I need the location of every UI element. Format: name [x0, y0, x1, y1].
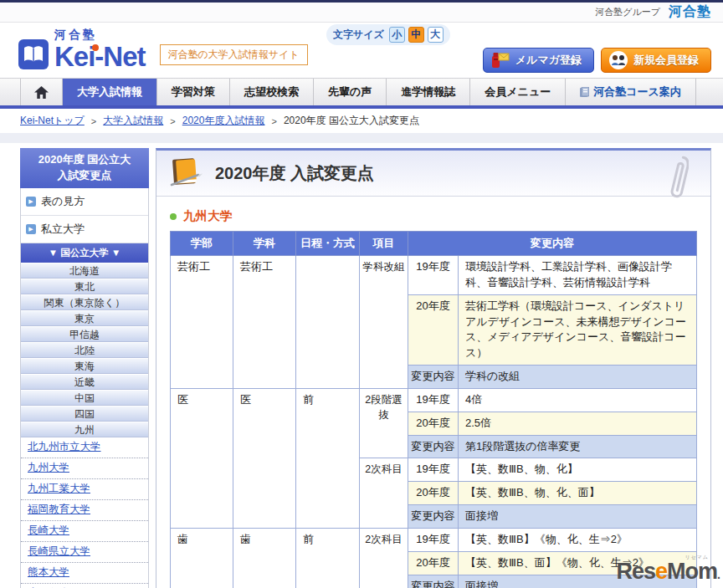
- sidebar-univ-nagasaki[interactable]: 長崎大学: [21, 521, 148, 542]
- schedule-cell: 前: [296, 388, 360, 528]
- col-header-department: 学科: [233, 232, 296, 256]
- col-header-faculty: 学部: [171, 232, 233, 256]
- page-title-bar: 2020年度 入試変更点: [156, 151, 710, 197]
- main-content: 2020年度 入試変更点 九州大学 学部 学科 日程・方式 項目 変更内容: [156, 148, 711, 588]
- logo-accent-dot: [92, 44, 99, 51]
- year-label-cell: 20年度: [408, 551, 459, 575]
- change-label-cell: 変更内容: [408, 505, 459, 529]
- sidebar-region-kanto[interactable]: 関東（東京除く）: [21, 294, 148, 310]
- sidebar-item-how-to-read[interactable]: ▶ 表の見方: [21, 188, 148, 216]
- new-member-register-button[interactable]: 新規会員登録: [601, 48, 711, 73]
- item-cell: 2次科目: [360, 528, 408, 588]
- watermark-ruby: リセマム: [685, 555, 709, 560]
- sidebar-title: 2020年度 国公立大 入試変更点: [20, 148, 149, 188]
- breadcrumb-link-top[interactable]: Kei-Netトップ: [20, 114, 85, 128]
- corporate-topbar: 河合塾グループ 河合塾: [0, 0, 723, 23]
- book-logo-icon: [18, 39, 49, 69]
- department-cell: 芸術工: [233, 256, 296, 389]
- nav-tab-admission-info[interactable]: 大学入試情報: [63, 79, 157, 105]
- nav-tab-magazine[interactable]: 進学情報誌: [387, 79, 470, 105]
- year-label-cell: 19年度: [408, 458, 459, 482]
- breadcrumb-current: 2020年度 国公立大入試変更点: [284, 114, 419, 128]
- site-header: 河合塾 Kei-Net 河合塾の大学入試情報サイト 文字サイズ 小 中 大 メル…: [0, 23, 723, 78]
- nav-tab-member-menu[interactable]: 会員メニュー: [470, 79, 566, 105]
- change-detail-cell: 4倍: [459, 388, 697, 412]
- sidebar-univ-nagasaki-kenritsu[interactable]: 長崎県立大学: [21, 542, 148, 563]
- sidebar-section-national-univ[interactable]: ▼ 国公立大学 ▼: [21, 243, 148, 263]
- nav-tab-senpai-voice[interactable]: 先輩の声: [314, 79, 387, 105]
- university-section-header: 九州大学: [170, 208, 710, 224]
- nav-tab-course-guide[interactable]: 河合塾コース案内: [566, 79, 696, 105]
- sidebar-region-tokyo[interactable]: 東京: [21, 310, 148, 326]
- breadcrumb: Kei-Netトップ > 大学入試情報 > 2020年度入試情報 > 2020年…: [0, 109, 723, 133]
- faculty-cell: 芸術工: [171, 256, 233, 389]
- mailmag-button-label: メルマガ登録: [515, 53, 582, 68]
- site-tagline: 河合塾の大学入試情報サイト: [160, 44, 308, 65]
- table-row: 芸術工 芸術工 学科改組 19年度 環境設計学科、工業設計学科、画像設計学科、音…: [171, 256, 697, 295]
- breadcrumb-separator: >: [271, 116, 276, 126]
- course-guide-icon: [580, 87, 589, 97]
- change-detail-cell: 【英、数ⅢB、物、化】: [459, 458, 697, 482]
- change-detail-cell: 【英、数ⅢB、物、化、面】: [459, 482, 697, 505]
- arrow-right-icon: ▶: [26, 197, 36, 207]
- sidebar-univ-kyutech[interactable]: 九州工業大学: [21, 479, 148, 500]
- change-detail-cell: 学科の改組: [459, 366, 697, 389]
- year-label-cell: 20年度: [408, 482, 459, 505]
- breadcrumb-separator: >: [91, 116, 96, 126]
- sidebar-region-kinki[interactable]: 近畿: [21, 374, 148, 390]
- sidebar-region-chugoku[interactable]: 中国: [21, 390, 148, 406]
- year-label-cell: 19年度: [408, 528, 459, 551]
- sidebar-univ-fukuoka-kyoiku[interactable]: 福岡教育大学: [21, 500, 148, 521]
- section-bullet-icon: [170, 213, 177, 220]
- department-cell: 歯: [233, 528, 296, 588]
- sidebar-univ-kumamoto[interactable]: 熊本大学: [21, 563, 148, 584]
- nav-tab-study[interactable]: 学習対策: [157, 79, 230, 105]
- sidebar-region-hokuriku[interactable]: 北陸: [21, 342, 148, 358]
- table-row: 医 医 前 2段階選抜 19年度 4倍: [171, 388, 697, 412]
- register-button-label: 新規会員登録: [633, 53, 699, 68]
- font-size-large-button[interactable]: 大: [428, 27, 444, 43]
- sidebar-item-private-univ[interactable]: ▶ 私立大学: [21, 216, 148, 243]
- notebook-icon: [170, 157, 205, 189]
- nav-tab-school-search[interactable]: 志望校検索: [230, 79, 314, 105]
- sidebar-region-tokai[interactable]: 東海: [21, 358, 148, 374]
- change-detail-cell: 【英、数ⅢB】《物、化、生⇒2》: [459, 528, 697, 551]
- year-label-cell: 19年度: [408, 256, 459, 295]
- sidebar-region-tohoku[interactable]: 東北: [21, 279, 148, 294]
- item-cell: 2段階選抜: [360, 388, 408, 458]
- font-size-label: 文字サイズ: [333, 28, 384, 42]
- department-cell: 医: [233, 388, 296, 528]
- font-size-widget: 文字サイズ 小 中 大: [326, 24, 450, 45]
- home-icon: [34, 86, 49, 99]
- sidebar-region-koshinetsu[interactable]: 甲信越: [21, 326, 148, 342]
- arrow-right-icon: ▶: [26, 224, 36, 234]
- nav-tab-home[interactable]: [20, 79, 63, 105]
- font-size-medium-button[interactable]: 中: [408, 27, 424, 43]
- breadcrumb-link-2020[interactable]: 2020年度入試情報: [182, 114, 265, 128]
- sidebar-univ-kitakyushu[interactable]: 北九州市立大学: [21, 437, 148, 458]
- sidebar-region-shikoku[interactable]: 四国: [21, 406, 148, 422]
- global-nav: 大学入試情報 学習対策 志望校検索 先輩の声 進学情報誌 会員メニュー 河合塾コ…: [0, 78, 723, 105]
- item-cell: 2次科目: [360, 458, 408, 529]
- members-icon: [608, 50, 628, 70]
- university-name: 九州大学: [183, 208, 232, 224]
- group-label: 河合塾グループ: [595, 6, 660, 18]
- sidebar-region-kyushu[interactable]: 九州: [21, 422, 148, 437]
- breadcrumb-link-admission[interactable]: 大学入試情報: [103, 114, 163, 128]
- sidebar-region-hokkaido[interactable]: 北海道: [21, 263, 148, 279]
- site-logo[interactable]: 河合塾 Kei-Net 河合塾の大学入試情報サイト: [18, 28, 308, 69]
- divider-band: [0, 133, 723, 143]
- sidebar-univ-kyushu[interactable]: 九州大学: [21, 458, 148, 479]
- change-detail-cell: 第1段階選抜の倍率変更: [459, 435, 697, 458]
- kawaijuku-brand-link[interactable]: 河合塾: [669, 3, 711, 21]
- change-label-cell: 変更内容: [408, 575, 459, 588]
- schedule-cell: 前: [296, 528, 360, 588]
- mailmag-register-button[interactable]: メルマガ登録: [483, 48, 594, 73]
- resemom-watermark: リセマムReseMom.: [617, 560, 720, 583]
- logo-text: Kei-Net: [54, 43, 146, 69]
- sidebar-univ-kagoshima[interactable]: 鹿児島大学: [21, 584, 148, 588]
- font-size-small-button[interactable]: 小: [389, 27, 405, 43]
- col-header-item: 項目: [360, 232, 408, 256]
- change-label-cell: 変更内容: [408, 366, 459, 389]
- schedule-cell: [296, 256, 360, 389]
